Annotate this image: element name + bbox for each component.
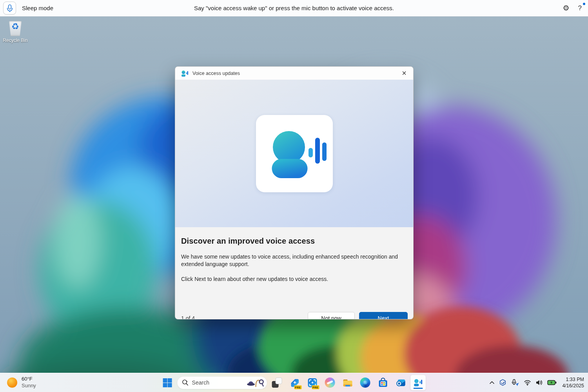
- weather-condition: Sunny: [22, 383, 36, 389]
- copilot-button[interactable]: [322, 375, 338, 390]
- weather-widget[interactable]: 60°F Sunny: [7, 373, 36, 392]
- dialog-footer: 1 of 4 Not now Next: [181, 312, 408, 319]
- task-view-button[interactable]: [269, 375, 285, 390]
- taskbar: 60°F Sunny: [0, 373, 588, 392]
- battery-charging-icon: [547, 380, 557, 385]
- desktop-screen: Sleep mode Say "voice access wake up" or…: [0, 0, 588, 392]
- search-input[interactable]: [192, 379, 247, 386]
- not-now-button[interactable]: Not now: [308, 312, 355, 319]
- clock-time: 1:33 PM: [562, 376, 584, 383]
- click-to-do-preview-button[interactable]: PRE: [305, 375, 320, 390]
- outlook-button[interactable]: [393, 375, 408, 390]
- dialog-title: Voice access updates: [192, 71, 397, 76]
- dialog-paragraph-2: Click Next to learn about other new upda…: [181, 275, 407, 283]
- pre-badge: PRE: [294, 385, 301, 389]
- dialog-titlebar[interactable]: Voice access updates ×: [175, 67, 413, 80]
- voice-access-state-label: Sleep mode: [22, 5, 53, 11]
- speaker-icon: [535, 379, 543, 386]
- battery-tray-button[interactable]: [547, 380, 557, 385]
- recycle-bin-shortcut[interactable]: ♻ Recycle Bin: [2, 20, 28, 43]
- file-explorer-icon: [342, 377, 353, 388]
- wifi-tray-button[interactable]: [524, 379, 531, 386]
- pagination-indicator: 1 of 4: [181, 315, 195, 320]
- outlook-icon: [395, 377, 406, 388]
- chevron-up-icon: [489, 381, 495, 385]
- wifi-icon: [524, 379, 531, 386]
- weather-temperature: 60°F: [22, 376, 36, 383]
- studio-effects-tray-button[interactable]: [499, 379, 506, 386]
- task-view-icon: [272, 377, 282, 388]
- settings-gear-icon[interactable]: ⚙: [563, 4, 569, 12]
- voice-access-logo-card: [256, 115, 333, 192]
- dialog-heading: Discover an improved voice access: [181, 237, 407, 246]
- voice-access-icon: [413, 378, 423, 388]
- tray-chevron-button[interactable]: [489, 381, 495, 385]
- start-button[interactable]: [160, 375, 175, 390]
- copilot-icon: [325, 377, 335, 388]
- voice-access-taskbar-button[interactable]: [410, 375, 426, 390]
- dev-home-preview-button[interactable]: PRE: [287, 375, 303, 390]
- next-button[interactable]: Next: [359, 312, 408, 319]
- active-app-indicator: [414, 388, 423, 389]
- voice-access-bar: Sleep mode Say "voice access wake up" or…: [0, 0, 588, 16]
- voice-access-hint: Say "voice access wake up" or press the …: [0, 5, 588, 11]
- clock-date: 4/16/2025: [562, 383, 584, 389]
- edge-icon: [360, 377, 370, 388]
- voice-access-logo: [256, 115, 333, 192]
- dialog-hero-illustration: [175, 80, 413, 227]
- dialog-content: Discover an improved voice access We hav…: [175, 237, 413, 319]
- pre-badge: PRE: [312, 385, 319, 389]
- dialog-paragraph-1: We have some new updates to voice access…: [181, 253, 407, 268]
- studio-effects-icon: [499, 379, 506, 386]
- microsoft-store-button[interactable]: [375, 375, 391, 390]
- mic-button[interactable]: [3, 2, 16, 15]
- edge-button[interactable]: [358, 375, 373, 390]
- help-button[interactable]: ?: [576, 4, 584, 13]
- notification-dot: [583, 3, 585, 5]
- mic-location-icon: [511, 379, 519, 387]
- recycle-bin-label: Recycle Bin: [3, 38, 27, 43]
- volume-tray-button[interactable]: [535, 379, 543, 386]
- microsoft-store-icon: [377, 377, 388, 388]
- microphone-icon: [6, 4, 13, 12]
- sunny-weather-icon: [7, 377, 17, 388]
- voice-access-updates-dialog: Voice access updates × Discover: [175, 66, 414, 319]
- mic-in-use-tray-button[interactable]: [511, 379, 519, 387]
- file-explorer-button[interactable]: [340, 375, 356, 390]
- voice-access-app-icon: [181, 69, 189, 77]
- clock-widget[interactable]: 1:33 PM 4/16/2025: [562, 376, 584, 389]
- search-daily-art-hat-cane-monocle: [247, 377, 265, 388]
- recycle-bin-icon: ♻: [8, 20, 23, 37]
- windows-logo-icon: [163, 378, 172, 387]
- search-icon: [182, 379, 189, 386]
- close-icon[interactable]: ×: [397, 68, 411, 78]
- search-box[interactable]: [177, 376, 267, 389]
